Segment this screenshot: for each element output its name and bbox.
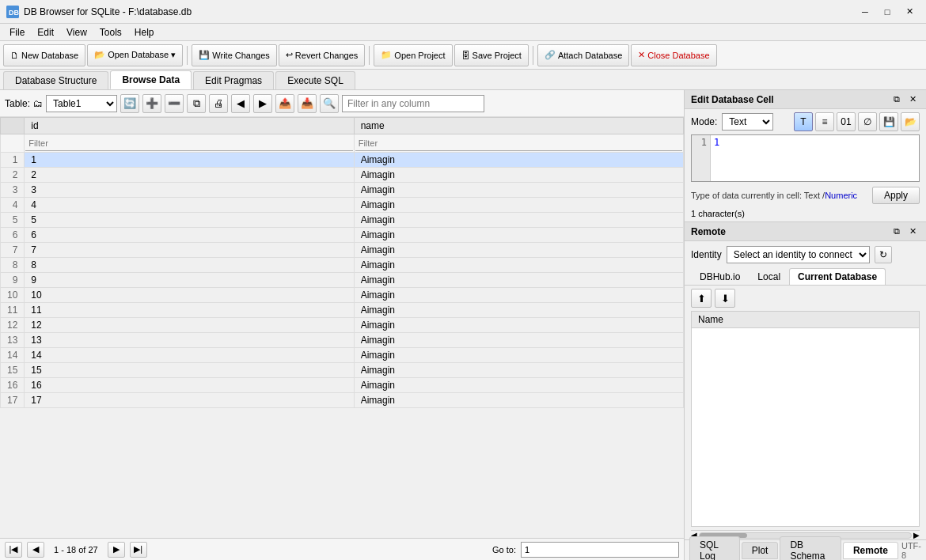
table-row[interactable]: 16 16 Aimagin — [1, 378, 684, 393]
table-row[interactable]: 4 4 Aimagin — [1, 198, 684, 213]
filter-name-cell[interactable] — [354, 134, 683, 153]
prev-page-button[interactable]: ◀ — [231, 94, 250, 113]
filter-name-input[interactable] — [355, 135, 682, 151]
export-button[interactable]: 📤 — [275, 94, 294, 113]
cell-name[interactable]: Aimagin — [354, 153, 683, 168]
tab-edit-pragmas[interactable]: Edit Pragmas — [193, 71, 274, 89]
last-page-button[interactable]: ▶| — [130, 542, 147, 558]
delete-row-button[interactable]: ➖ — [165, 94, 184, 113]
table-row[interactable]: 17 17 Aimagin — [1, 393, 684, 408]
cell-name[interactable]: Aimagin — [354, 288, 683, 303]
open-database-button[interactable]: 📂 Open Database ▾ — [87, 44, 183, 66]
mode-binary-icon[interactable]: 01 — [837, 112, 856, 131]
cell-type-link[interactable]: Numeric — [825, 191, 857, 200]
table-select[interactable]: Table1 — [46, 95, 117, 112]
cell-name[interactable]: Aimagin — [354, 183, 683, 198]
prev-page-nav-button[interactable]: ◀ — [27, 542, 44, 558]
remote-float-button[interactable]: ⧉ — [890, 225, 904, 238]
search-button[interactable]: 🔍 — [320, 94, 339, 113]
menu-tools[interactable]: Tools — [93, 25, 128, 40]
cell-name[interactable]: Aimagin — [354, 318, 683, 333]
menu-help[interactable]: Help — [128, 25, 161, 40]
add-row-button[interactable]: ➕ — [142, 94, 161, 113]
scroll-right-icon[interactable]: ▶ — [913, 531, 920, 539]
cell-name[interactable]: Aimagin — [354, 363, 683, 378]
cell-id[interactable]: 14 — [25, 348, 354, 363]
remote-tab-dbhub[interactable]: DBHub.io — [691, 268, 749, 285]
mode-select[interactable]: Text RTF Binary Null — [722, 113, 773, 131]
cell-name[interactable]: Aimagin — [354, 243, 683, 258]
table-row[interactable]: 10 10 Aimagin — [1, 288, 684, 303]
tab-database-structure[interactable]: Database Structure — [3, 71, 108, 89]
col-header-id[interactable]: id — [25, 118, 354, 134]
cell-id[interactable]: 17 — [25, 393, 354, 408]
menu-file[interactable]: File — [3, 25, 31, 40]
mode-rtf-icon[interactable]: ≡ — [815, 112, 834, 131]
table-row[interactable]: 5 5 Aimagin — [1, 213, 684, 228]
cell-name[interactable]: Aimagin — [354, 198, 683, 213]
menu-edit[interactable]: Edit — [31, 25, 60, 40]
apply-button[interactable]: Apply — [872, 187, 920, 204]
filter-id-input[interactable] — [25, 135, 352, 151]
duplicate-row-button[interactable]: ⧉ — [187, 94, 206, 113]
remote-download-button[interactable]: ⬇ — [715, 289, 735, 308]
table-row[interactable]: 3 3 Aimagin — [1, 183, 684, 198]
cell-name[interactable]: Aimagin — [354, 213, 683, 228]
cell-id[interactable]: 4 — [25, 198, 354, 213]
attach-database-button[interactable]: 🔗 Attach Database — [537, 44, 629, 66]
tab-browse-data[interactable]: Browse Data — [110, 70, 192, 89]
bottom-tab-plot[interactable]: Plot — [742, 542, 779, 559]
maximize-button[interactable]: □ — [877, 4, 898, 20]
cell-id[interactable]: 5 — [25, 213, 354, 228]
write-changes-button[interactable]: 💾 Write Changes — [192, 44, 277, 66]
cell-name[interactable]: Aimagin — [354, 333, 683, 348]
bottom-tab-remote[interactable]: Remote — [843, 542, 898, 559]
remote-tab-local[interactable]: Local — [749, 268, 789, 285]
table-row[interactable]: 2 2 Aimagin — [1, 168, 684, 183]
cell-id[interactable]: 2 — [25, 168, 354, 183]
menu-view[interactable]: View — [60, 25, 93, 40]
filter-id-cell[interactable] — [25, 134, 354, 153]
cell-id[interactable]: 1 — [25, 153, 354, 168]
bottom-tab-sql-log[interactable]: SQL Log — [689, 536, 740, 561]
table-row[interactable]: 15 15 Aimagin — [1, 363, 684, 378]
table-row[interactable]: 7 7 Aimagin — [1, 243, 684, 258]
cell-editor[interactable]: 1 1 — [691, 134, 920, 182]
cell-name[interactable]: Aimagin — [354, 348, 683, 363]
goto-input[interactable] — [521, 542, 679, 558]
cell-name[interactable]: Aimagin — [354, 258, 683, 273]
edit-cell-close-button[interactable]: ✕ — [905, 93, 920, 106]
refresh-button[interactable]: 🔄 — [120, 94, 139, 113]
col-header-name[interactable]: name — [354, 118, 683, 134]
first-page-button[interactable]: |◀ — [5, 542, 22, 558]
cell-id[interactable]: 15 — [25, 363, 354, 378]
revert-changes-button[interactable]: ↩ Revert Changes — [279, 44, 366, 66]
cell-name[interactable]: Aimagin — [354, 228, 683, 243]
mode-null-icon[interactable]: ∅ — [858, 112, 877, 131]
mode-load-icon[interactable]: 📂 — [901, 112, 920, 131]
bottom-tab-db-schema[interactable]: DB Schema — [780, 536, 841, 561]
table-row[interactable]: 14 14 Aimagin — [1, 348, 684, 363]
next-page-button[interactable]: ▶ — [253, 94, 272, 113]
close-button[interactable]: ✕ — [899, 4, 920, 20]
print-button[interactable]: 🖨 — [209, 94, 228, 113]
cell-id[interactable]: 11 — [25, 303, 354, 318]
table-row[interactable]: 12 12 Aimagin — [1, 318, 684, 333]
mode-text-icon[interactable]: T — [794, 112, 813, 131]
edit-cell-float-button[interactable]: ⧉ — [890, 93, 904, 106]
cell-id[interactable]: 3 — [25, 183, 354, 198]
filter-input[interactable] — [342, 95, 484, 112]
cell-id[interactable]: 10 — [25, 288, 354, 303]
cell-id[interactable]: 7 — [25, 243, 354, 258]
table-row[interactable]: 13 13 Aimagin — [1, 333, 684, 348]
remote-table-wrap[interactable]: Name — [691, 311, 920, 527]
cell-name[interactable]: Aimagin — [354, 378, 683, 393]
cell-id[interactable]: 16 — [25, 378, 354, 393]
open-project-button[interactable]: 📁 Open Project — [374, 44, 452, 66]
new-database-button[interactable]: 🗋 New Database — [3, 44, 85, 66]
minimize-button[interactable]: ─ — [855, 4, 875, 20]
cell-name[interactable]: Aimagin — [354, 393, 683, 408]
table-row[interactable]: 9 9 Aimagin — [1, 273, 684, 288]
cell-id[interactable]: 13 — [25, 333, 354, 348]
cell-id[interactable]: 9 — [25, 273, 354, 288]
